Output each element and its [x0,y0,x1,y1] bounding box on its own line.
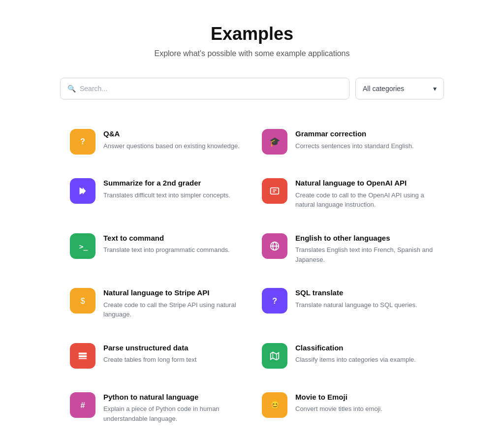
example-text-grammar-correction: Grammar correctionCorrects sentences int… [295,129,414,151]
page-title: Examples [60,24,444,44]
example-text-nl-stripe-api: Natural language to Stripe APICreate cod… [103,288,242,319]
svg-text:?: ? [80,137,85,146]
example-text-nl-openai-api: Natural language to OpenAI APICreate cod… [295,178,434,210]
example-text-english-to-other: English to other languagesTranslates Eng… [295,233,434,265]
example-desc-parse-unstructured: Create tables from long form text [103,355,196,365]
svg-marker-4 [83,188,86,195]
icon-qa: ? [70,129,95,155]
example-item-calc-time-complexity[interactable]: Calculate Time ComplexityFind the time c… [60,435,252,440]
icon-classification [262,343,287,369]
example-title-sql-translate: SQL translate [295,288,417,298]
search-input[interactable] [80,85,342,93]
example-item-movie-to-emoji[interactable]: 😊Movie to EmojiConvert movie titles into… [252,380,444,436]
example-item-summarize-2nd-grader[interactable]: Summarize for a 2nd graderTranslates dif… [60,166,252,221]
example-item-qa[interactable]: ?Q&AAnswer questions based on existing k… [60,117,252,166]
page-wrapper: Examples Explore what's possible with so… [40,0,464,440]
category-dropdown[interactable]: All categories ▾ [355,78,444,99]
example-desc-nl-stripe-api: Create code to call the Stripe API using… [103,300,242,319]
example-item-classification[interactable]: ClassificationClassify items into catego… [252,331,444,380]
example-title-parse-unstructured: Parse unstructured data [103,343,196,353]
icon-movie-to-emoji: 😊 [262,392,287,418]
example-text-qa: Q&AAnswer questions based on existing kn… [103,129,240,151]
example-title-grammar-correction: Grammar correction [295,129,414,139]
example-item-english-to-other[interactable]: English to other languagesTranslates Eng… [252,221,444,277]
example-desc-english-to-other: Translates English text into French, Spa… [295,245,434,264]
icon-nl-openai-api [262,178,287,204]
svg-text:$: $ [80,296,85,305]
icon-summarize-2nd-grader [70,178,95,204]
svg-rect-15 [79,355,87,357]
example-desc-text-to-command: Translate text into programmatic command… [103,245,230,255]
example-title-classification: Classification [295,343,416,353]
example-desc-sql-translate: Translate natural language to SQL querie… [295,300,417,310]
svg-text:?: ? [272,296,277,305]
example-title-qa: Q&A [103,129,240,139]
examples-grid: ?Q&AAnswer questions based on existing k… [60,117,444,440]
example-item-translate-programming[interactable]: ⇄Translate programming languagesTranslat… [252,435,444,440]
example-title-english-to-other: English to other languages [295,233,434,243]
example-desc-qa: Answer questions based on existing knowl… [103,141,240,151]
example-text-summarize-2nd-grader: Summarize for a 2nd graderTranslates dif… [103,178,230,200]
example-title-text-to-command: Text to command [103,233,230,243]
example-item-sql-translate[interactable]: ?SQL translateTranslate natural language… [252,276,444,331]
example-title-nl-stripe-api: Natural language to Stripe API [103,288,242,298]
svg-rect-5 [271,188,279,194]
example-item-nl-stripe-api[interactable]: $Natural language to Stripe APICreate co… [60,276,252,331]
page-subtitle: Explore what's possible with some exampl… [60,49,444,58]
search-icon: 🔍 [67,85,76,93]
example-item-nl-openai-api[interactable]: Natural language to OpenAI APICreate cod… [252,166,444,221]
icon-english-to-other [262,233,287,259]
svg-text:🎓: 🎓 [269,136,281,147]
example-desc-classification: Classify items into categories via examp… [295,355,416,365]
svg-rect-14 [79,352,87,354]
example-text-python-to-nl: Python to natural languageExplain a piec… [103,392,242,424]
page-header: Examples Explore what's possible with so… [60,24,444,58]
example-desc-movie-to-emoji: Convert movie titles into emoji. [295,404,382,414]
example-item-grammar-correction[interactable]: 🎓Grammar correctionCorrects sentences in… [252,117,444,166]
example-item-parse-unstructured[interactable]: Parse unstructured dataCreate tables fro… [60,331,252,380]
icon-grammar-correction: 🎓 [262,129,287,155]
example-title-movie-to-emoji: Movie to Emoji [295,392,382,402]
example-title-nl-openai-api: Natural language to OpenAI API [295,178,434,188]
svg-text:😊: 😊 [270,400,280,409]
icon-nl-stripe-api: $ [70,288,95,314]
svg-text:>_: >_ [79,242,88,251]
example-desc-python-to-nl: Explain a piece of Python code in human … [103,404,242,423]
example-title-python-to-nl: Python to natural language [103,392,242,402]
svg-rect-16 [79,358,87,359]
svg-text:#: # [80,400,85,409]
example-text-classification: ClassificationClassify items into catego… [295,343,416,365]
example-title-summarize-2nd-grader: Summarize for a 2nd grader [103,178,230,188]
search-wrapper: 🔍 [60,78,349,99]
chevron-down-icon: ▾ [433,85,437,93]
example-text-sql-translate: SQL translateTranslate natural language … [295,288,417,310]
example-desc-grammar-correction: Corrects sentences into standard English… [295,141,414,151]
icon-parse-unstructured [70,343,95,369]
example-item-python-to-nl[interactable]: #Python to natural languageExplain a pie… [60,380,252,436]
example-text-text-to-command: Text to commandTranslate text into progr… [103,233,230,255]
filter-bar: 🔍 All categories ▾ [60,78,444,99]
example-desc-nl-openai-api: Create code to call to the OpenAI API us… [295,190,434,210]
icon-python-to-nl: # [70,392,95,418]
example-text-parse-unstructured: Parse unstructured dataCreate tables fro… [103,343,196,365]
example-text-movie-to-emoji: Movie to EmojiConvert movie titles into … [295,392,382,414]
icon-text-to-command: >_ [70,233,95,259]
example-desc-summarize-2nd-grader: Translates difficult text into simpler c… [103,190,230,200]
category-label: All categories [363,85,404,93]
example-item-text-to-command[interactable]: >_Text to commandTranslate text into pro… [60,221,252,277]
icon-sql-translate: ? [262,288,287,314]
